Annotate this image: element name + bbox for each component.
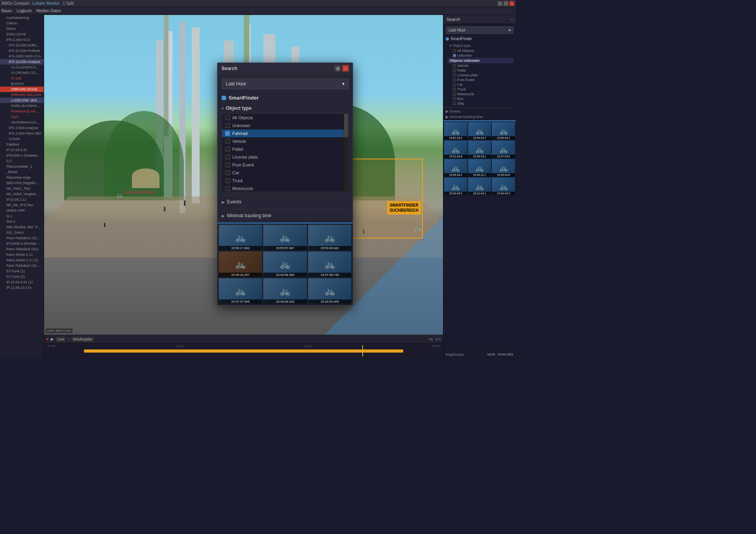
cb-motorcycle[interactable] [225,186,230,191]
object-type-header[interactable]: ▾ Object type [222,105,349,111]
rsp-ship[interactable]: Ship [447,101,513,106]
sidebar-item-errare[interactable]: ERRARE-MILLION [0,92,44,98]
sidebar-item-flausmea[interactable]: Flausmea edge [0,175,44,180]
rsp-license[interactable]: License plate [447,73,513,78]
dialog-thumb-4[interactable]: 🚲 15:49:18.257 [219,251,262,277]
sidebar-item-analyse[interactable]: IPS-10,000-Analyse [0,59,44,65]
cb-unknown[interactable] [225,123,230,128]
sidebar-item-panopark[interactable]: Pano Parkdeck OG1 [0,246,44,252]
sidebar-item-sis2[interactable]: SIS-2 [0,219,44,224]
rsp-thumb-7[interactable]: 🚲 15:45:44:2 [444,159,467,177]
rsp-cb-pallet[interactable] [453,69,456,72]
obj-all-objects[interactable]: All Objects [222,114,348,122]
cb-pure-event[interactable] [225,163,230,167]
rsp-pallet[interactable]: Pallet [447,68,513,73]
rsp-thumb-1[interactable]: 🚲 15:61:43:3 [444,122,467,140]
rsp-object-type-header[interactable]: ▾ Object type [447,43,513,48]
sidebar-item-crowd[interactable]: AI CROWD COUNTING [0,70,44,76]
dialog-thumb-3[interactable]: 🚲 15:53:00.641 [308,225,351,250]
rsp-truck[interactable]: Truck [447,87,513,92]
sidebar-item-vca[interactable]: IP5-2,400-VCA [0,37,44,42]
rsp-cb-ship[interactable] [453,102,456,105]
sidebar-item-software[interactable]: IPS-10,000-Software [0,42,44,48]
dialog-close-btn[interactable]: × [343,65,349,72]
sidebar-item-5400[interactable]: IPS-2400-5400-VCA [0,54,44,59]
menu-logbuch[interactable]: Logbuch [17,9,32,13]
rsp-cb-license[interactable] [453,74,456,77]
scrollbar-thumb[interactable] [344,114,348,137]
list-scrollbar[interactable] [344,114,348,192]
minimize-btn[interactable]: − [498,1,502,6]
play-btn[interactable]: ▶ [51,337,54,341]
sidebar-item-nkh261[interactable]: NK_H261_Test [0,186,44,191]
rsp-vehicle[interactable]: Vehicle [447,63,513,68]
rsp-thumb-2[interactable]: 🚲 15:54:44:7 [468,122,491,140]
sidebar-item-ip1[interactable]: IP:10.69.9.91 [0,147,44,153]
sidebar-item-pano360[interactable]: IPS-2,600-Pano-360 [0,131,44,136]
sidebar-item-2600[interactable]: IPS-2,600-Analyse [0,125,44,131]
dialog-thumb-6[interactable]: 🚲 15:37:39.745 [308,251,351,277]
obj-vehicle[interactable]: Vehicle [222,137,348,145]
cb-vehicle[interactable] [225,139,230,144]
sidebar-item-sait[interactable]: SAIT [0,114,44,120]
rsp-events-section[interactable]: ▶ Events [443,107,516,114]
sidebar-item-s7f2[interactable]: S7 Funk (2) [0,274,44,279]
sidebar-item-q1[interactable]: Q-1 [0,213,44,219]
sidebar-item-s7f1[interactable]: S7 Funk (1) [0,268,44,274]
sidebar-item-panostreet[interactable]: Pano Street 2,11 [0,252,44,257]
obj-motorcycle[interactable]: Motorcycle [222,185,348,192]
stop-btn[interactable]: ■ [46,337,48,341]
rsp-car[interactable]: Car [447,82,513,87]
rsp-thumb-5[interactable]: 🚲 15:49:23:1 [468,140,491,158]
dialog-thumb-9[interactable]: 🚲 15:33:25.405 [308,278,351,304]
rsp-thumb-6[interactable]: 🚲 15:47:44:5 [492,140,515,158]
maximize-btn[interactable]: □ [504,1,508,6]
obj-truck[interactable]: Truck [222,177,348,185]
sidebar-item-nkh264[interactable]: NK_H264_Vergleichsram [0,191,44,197]
rsp-minimal-tracking-section[interactable]: ▶ Minimal tracking time [443,114,516,120]
sidebar-item-ladeione[interactable]: LADEIONE SEKS410 [0,98,44,103]
sidebar-item-classification[interactable]: AI CLASSIFICATION [0,65,44,70]
sidebar-item-sfunk[interactable]: S.Funk [0,136,44,142]
sidebar-item-nkdev[interactable]: NK_NK_IPS Dev [0,202,44,208]
sidebar-item-ip91[interactable]: IP:10.69.9.91 (1) [0,279,44,285]
timeline-progress[interactable] [84,349,403,353]
sidebar-item-parg[interactable]: PARG-BAHNHOFSPLA17 [0,103,44,109]
sidebar-item-exklusive[interactable]: EXKLUSIVE [0,31,44,37]
close-btn[interactable]: × [510,1,514,6]
sidebar-item-ips2400[interactable]: IPS2400-1 (Gateway/Parken) [0,153,44,158]
dialog-thumb-5[interactable]: 🚲 15:42:58.363 [263,251,307,277]
menu-medien[interactable]: Medien Daten [37,9,61,13]
sidebar-item-orrard[interactable]: ORRARD BAHNHOF [0,87,44,92]
sidebar-item-paletten[interactable]: Paletten [0,142,44,147]
sidebar-item-panog12[interactable]: Pano Parkdeck OG1 (2) [0,263,44,268]
cb-car[interactable] [225,170,230,175]
rsp-cb-unknown[interactable]: ✓ [453,54,456,57]
rsp-bus[interactable]: Bus [447,96,513,101]
rsp-thumb-4[interactable]: 🚲 15:51:44:8 [444,140,467,158]
rsp-thumb-12[interactable]: 🚲 15:40:44:3 [492,177,515,195]
rsp-cb-vehicle[interactable] [453,64,456,67]
sidebar-item-nned[interactable]: NNED-APR [0,208,44,213]
sidebar-item-cliemo[interactable]: Cliemo [0,20,44,26]
sidebar-item-brioal[interactable]: _Brioal [0,169,44,175]
rsp-cb-bus[interactable] [453,97,456,100]
rsp-cb-truck[interactable] [453,88,456,91]
obj-unknown[interactable]: Unknown [222,122,348,129]
rsp-thumb-10[interactable]: 🚲 15:42:44:5 [444,177,467,195]
sidebar-item-ip2[interactable]: IP10.69.2.11 [0,197,44,202]
live-btn[interactable]: Live [56,337,66,342]
rsp-close[interactable]: × [511,18,513,21]
cb-truck[interactable] [225,178,230,183]
rsp-cb-all[interactable] [453,49,456,52]
sidebar-item-sbs[interactable]: SBS-VM3 (Nightline ST Funk) [0,180,44,186]
sidebar-item-ai140[interactable]: AI 140 [0,76,44,81]
sidebar-item-s2[interactable]: S-2 [0,158,44,164]
sidebar-item-bosch[interactable]: BOSCH [0,81,44,87]
rsp-cb-car[interactable] [453,83,456,86]
sidebar-item-ip173[interactable]: IP:12.69.10.173 [0,285,44,290]
minimal-tracking-header[interactable]: ▶ Minimal tracking time [222,212,349,220]
sidebar-item-panostreet1[interactable]: Pano Street 2,11 (1) [0,257,44,263]
sidebar-item-flauscmeister[interactable]: Flauscmeister_2 [0,164,44,169]
obj-pallet[interactable]: Pallet [222,145,348,153]
